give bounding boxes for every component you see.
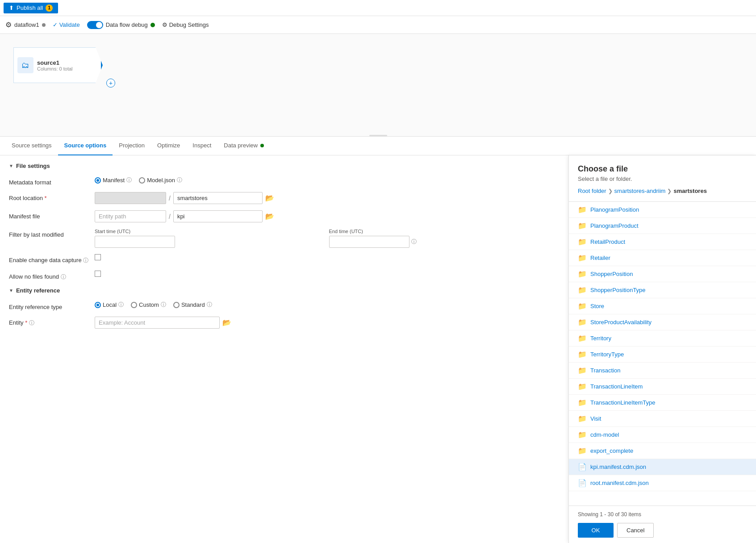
manifest-file-left-input[interactable] [95,210,166,222]
file-item[interactable]: 📁Store [569,298,756,314]
ok-button[interactable]: OK [578,523,614,538]
start-time-input[interactable] [95,236,175,248]
file-item[interactable]: 📁cdm-model [569,427,756,443]
no-files-info-icon: ⓘ [61,274,66,280]
debug-toggle[interactable] [87,21,103,29]
file-item[interactable]: 📁export_complete [569,443,756,459]
root-location-left-input[interactable] [95,192,166,204]
file-item[interactable]: 📁TerritoryType [569,347,756,363]
custom-option[interactable]: Custom ⓘ [131,301,166,309]
end-time-input[interactable] [329,236,409,248]
file-name: RetailProduct [590,238,625,245]
breadcrumb-root[interactable]: Root folder [578,188,606,194]
showing-text: Showing 1 - 30 of 30 items [578,511,747,518]
settings-panel: ▼ File settings Metadata format Manifest… [0,155,568,543]
tab-source-options[interactable]: Source options [58,137,113,155]
manifest-slash: / [169,213,171,220]
folder-icon: 📁 [578,334,587,343]
file-name: Transaction [590,367,620,374]
file-name: kpi.manifest.cdm.json [590,464,646,470]
tab-data-preview[interactable]: Data preview [217,137,270,155]
debug-settings-button[interactable]: ⚙ Debug Settings [162,21,209,28]
file-item[interactable]: 📁StoreProductAvailability [569,314,756,330]
entity-input[interactable] [95,317,220,329]
file-name: Territory [590,335,611,342]
entity-label: Entity * ⓘ [9,317,89,327]
tab-source-settings[interactable]: Source settings [5,137,58,155]
change-capture-label: Enable change data capture ⓘ [9,254,89,264]
file-item[interactable]: 📄kpi.manifest.cdm.json [569,459,756,475]
debug-settings-icon: ⚙ [162,21,167,28]
right-panel-header: Choose a file Select a file or folder. R… [569,155,756,201]
metadata-format-controls: Manifest ⓘ Model.json ⓘ [95,176,560,184]
cancel-button[interactable]: Cancel [617,523,654,538]
file-item[interactable]: 📁Territory [569,330,756,347]
filter-controls: Start time (UTC) End time (UTC) ⓘ [95,229,560,248]
manifest-file-label: Manifest file [9,210,89,220]
breadcrumb-current: smartstores [673,188,706,194]
file-settings-header[interactable]: ▼ File settings [9,163,560,169]
publish-badge: 1 [46,4,53,12]
root-location-browse-button[interactable]: 📂 [265,194,274,202]
file-name: StoreProductAvailability [590,319,652,326]
tab-projection[interactable]: Projection [113,137,151,155]
add-transform-button[interactable]: + [106,79,115,88]
entity-ref-type-controls: Local ⓘ Custom ⓘ Standard ⓘ [95,301,560,309]
validate-button[interactable]: ✓ Validate [53,21,80,28]
standard-option[interactable]: Standard ⓘ [173,301,212,309]
local-option[interactable]: Local ⓘ [95,301,124,309]
manifest-file-controls: / 📂 [95,210,560,222]
file-item[interactable]: 📁ShopperPositionType [569,282,756,298]
start-time-section: Start time (UTC) [95,229,326,248]
folder-icon: 📁 [578,447,587,455]
file-icon: 📄 [578,463,587,471]
file-item[interactable]: 📁TransactionLineItem [569,379,756,395]
standard-info-icon: ⓘ [207,301,212,309]
filter-row: Filter by last modified Start time (UTC)… [9,229,560,248]
required-marker: * [45,195,47,201]
right-panel-footer: Showing 1 - 30 of 30 items OK Cancel [569,505,756,543]
no-files-controls [95,271,560,277]
folder-icon: 📁 [578,382,587,391]
file-item[interactable]: 📁RetailProduct [569,234,756,250]
manifest-file-browse-button[interactable]: 📂 [265,212,274,221]
no-files-checkbox[interactable] [95,271,101,277]
entity-ref-header[interactable]: ▼ Entity reference [9,287,560,294]
entity-browse-button[interactable]: 📂 [222,318,231,327]
file-item[interactable]: 📁Transaction [569,363,756,379]
metadata-format-row: Metadata format Manifest ⓘ Model.json ⓘ [9,176,560,186]
change-capture-checkbox[interactable] [95,254,101,260]
file-item[interactable]: 📄root.manifest.cdm.json [569,475,756,491]
tab-inspect[interactable]: Inspect [186,137,217,155]
file-name: Store [590,303,604,309]
publish-all-button[interactable]: ⬆ Publish all 1 [4,3,58,13]
manifest-option[interactable]: Manifest ⓘ [95,176,132,184]
manifest-info-icon: ⓘ [126,176,132,184]
tabs-bar: Source settings Source options Projectio… [0,137,756,155]
publish-icon: ⬆ [9,4,14,11]
source-node[interactable]: 🗂 source1 Columns: 0 total [13,47,103,83]
local-radio-dot [95,302,101,308]
unsaved-dot [42,23,46,27]
local-info-icon: ⓘ [118,301,124,309]
file-item[interactable]: 📁Visit [569,411,756,427]
file-item[interactable]: 📁PlanogramProduct [569,218,756,234]
folder-icon: 📁 [578,286,587,294]
dataflow-icon: ⚙ [5,21,12,29]
canvas-area: 🗂 source1 Columns: 0 total + [0,34,756,137]
file-item[interactable]: 📁PlanogramPosition [569,202,756,218]
change-capture-row: Enable change data capture ⓘ [9,254,560,264]
root-location-right-input[interactable] [173,192,263,204]
debug-label: Data flow debug [106,21,148,28]
manifest-file-right-input[interactable] [173,210,263,222]
file-item[interactable]: 📁ShopperPosition [569,266,756,282]
file-item[interactable]: 📁TransactionLineItemType [569,395,756,411]
no-files-label: Allow no files found ⓘ [9,271,89,281]
file-name: PlanogramProduct [590,222,639,229]
tab-optimize[interactable]: Optimize [151,137,186,155]
entity-ref-type-label: Entity reference type [9,301,89,310]
folder-icon: 📁 [578,430,587,439]
breadcrumb-level2[interactable]: smartstores-andriim [614,188,666,194]
file-item[interactable]: 📁Retailer [569,250,756,266]
model-json-option[interactable]: Model.json ⓘ [139,176,182,184]
